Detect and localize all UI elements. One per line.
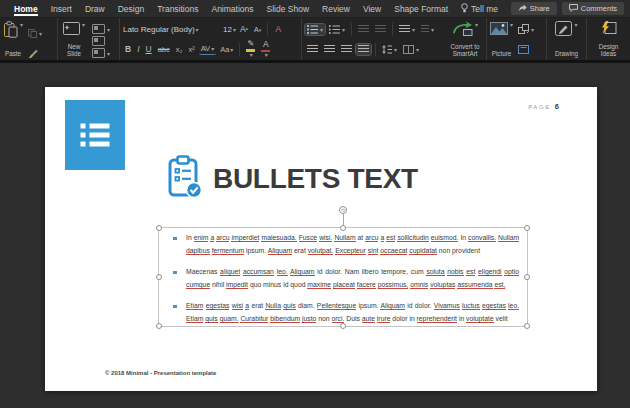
italic-button[interactable]: I <box>135 43 141 55</box>
comments-button[interactable]: Comments <box>562 2 624 15</box>
menu-tab-insert[interactable]: Insert <box>51 0 72 17</box>
bullet-list-icon <box>307 25 318 34</box>
align-center-icon <box>324 45 335 54</box>
reset-layout-button[interactable] <box>90 35 112 47</box>
misspelled-word: bibendum <box>270 315 300 323</box>
columns-button[interactable] <box>401 44 421 55</box>
align-right-button[interactable] <box>339 44 354 55</box>
shrink-font-button[interactable]: A▾ <box>252 26 263 33</box>
menu-tab-transitions[interactable]: Transitions <box>157 0 198 17</box>
menu-tab-slide-show[interactable]: Slide Show <box>267 0 310 17</box>
clipboard-group: Paste <box>0 18 58 60</box>
menu-tab-home[interactable]: Home <box>14 0 38 17</box>
font-group: Lato Regular (Body) 12 A▴ A▾ A BIUabcx₂x… <box>120 18 302 60</box>
multilevel-list-icon <box>399 25 410 34</box>
menu-tab-draw[interactable]: Draw <box>85 0 105 17</box>
bold-button[interactable]: B <box>123 43 133 55</box>
change-case-button[interactable]: Aa <box>218 44 235 55</box>
slide-canvas[interactable]: PAGE 6 BULLETS TEXT <box>45 87 597 391</box>
menu-bar: HomeInsertDrawDesignTransitionsAnimation… <box>0 0 630 18</box>
align-center-button[interactable] <box>322 44 337 55</box>
misspelled-word: Aliquam <box>290 268 315 276</box>
menu-tab-view[interactable]: View <box>363 0 381 17</box>
arrange-button[interactable] <box>516 23 536 35</box>
resize-handle-middle-right[interactable] <box>524 274 530 280</box>
grow-font-button[interactable]: A▴ <box>238 24 250 34</box>
font-color-button[interactable]: A <box>259 40 272 58</box>
numbering-button[interactable] <box>327 24 347 35</box>
highlight-color-button[interactable]: ✎ <box>244 40 257 58</box>
menu-tab-design[interactable]: Design <box>118 0 144 17</box>
paste-button[interactable]: Paste <box>3 21 23 57</box>
multilevel-list-button[interactable] <box>397 24 417 35</box>
bullet-item: In enim a arcu imperdiet malesuada. Fusc… <box>172 232 519 257</box>
text-box-button[interactable] <box>516 44 536 55</box>
resize-handle-top-right[interactable] <box>524 225 530 231</box>
resize-handle-top-left[interactable] <box>156 225 162 231</box>
ribbon: Paste New Slide <box>0 18 630 60</box>
superscript-button[interactable]: x² <box>186 44 196 55</box>
bullet-item: Etiam egestas wisi a erat Nulla quis dia… <box>172 300 519 325</box>
layout-button[interactable] <box>90 23 112 35</box>
line-spacing-button[interactable] <box>380 44 399 55</box>
rotate-handle[interactable]: ⟲ <box>339 206 347 214</box>
misspelled-word: optio <box>504 268 519 276</box>
design-ideas-button[interactable]: Design Ideas <box>596 21 622 57</box>
text-direction-button[interactable] <box>419 24 436 35</box>
resize-handle-middle-left[interactable] <box>156 274 162 280</box>
misspelled-word: sint <box>368 247 379 255</box>
misspelled-word: Curabitur <box>240 315 268 323</box>
menu-tab-review[interactable]: Review <box>322 0 350 17</box>
subscript-button[interactable]: x₂ <box>174 44 185 55</box>
design-ideas-group: Design Ideas <box>587 18 630 60</box>
bullet-list[interactable]: In enim a arcu imperdiet malesuada. Fusc… <box>159 228 527 326</box>
misspelled-word: egestas <box>206 302 230 310</box>
align-left-icon <box>307 45 318 54</box>
decrease-indent-button[interactable] <box>356 24 371 35</box>
slides-group: New Slide <box>58 18 120 60</box>
body-text-box[interactable]: ⟲ In enim a arcu imperdiet malesuada. Fu… <box>158 227 528 327</box>
section-button[interactable] <box>90 47 112 59</box>
new-slide-button[interactable]: New Slide <box>61 21 87 57</box>
menu-tell-me[interactable]: Tell me <box>461 0 498 17</box>
underline-button[interactable]: U <box>144 43 154 55</box>
share-button[interactable]: Share <box>511 2 557 15</box>
misspelled-word: egestas <box>482 302 506 310</box>
page-indicator: PAGE 6 <box>528 102 559 111</box>
character-spacing-button[interactable]: AV <box>199 43 216 55</box>
misspelled-word: fermentum <box>212 247 244 255</box>
strikethrough-button[interactable]: abc <box>156 44 172 55</box>
columns-icon <box>403 45 414 54</box>
increase-indent-button[interactable] <box>373 24 388 35</box>
misspelled-word: impedit <box>226 281 248 289</box>
align-left-button[interactable] <box>305 44 320 55</box>
new-slide-label: New Slide <box>61 43 87 57</box>
bullets-button[interactable] <box>305 24 325 35</box>
misspelled-word: omnis <box>410 281 428 289</box>
misspelled-word: est <box>466 268 475 276</box>
slide-title-block[interactable]: BULLETS TEXT <box>167 155 418 203</box>
font-size-dropdown[interactable]: 12 <box>223 25 236 34</box>
menu-tab-animations[interactable]: Animations <box>211 0 253 17</box>
paste-clipboard-icon <box>3 21 18 42</box>
misspelled-word: luctus <box>462 302 480 310</box>
misspelled-word: leo. <box>508 302 519 310</box>
share-label: Share <box>530 4 550 13</box>
misspelled-word: dapibus <box>186 247 210 255</box>
picture-button[interactable]: Picture <box>490 21 513 57</box>
resize-handle-top-middle[interactable] <box>340 225 346 231</box>
align-justify-button[interactable] <box>356 44 371 55</box>
resize-handle-bottom-right[interactable] <box>524 323 530 329</box>
copy-icon <box>28 24 37 42</box>
clear-formatting-button[interactable]: A <box>272 24 284 34</box>
resize-handle-bottom-left[interactable] <box>156 323 162 329</box>
misspelled-word: voluptate <box>466 315 494 323</box>
menu-tab-shape-format[interactable]: Shape Format <box>394 0 448 17</box>
drawing-button[interactable]: Drawing <box>555 21 578 57</box>
copy-button[interactable] <box>26 23 44 43</box>
slide-accent-square[interactable] <box>65 100 125 170</box>
convert-smartart-button[interactable]: Convert to SmartArt <box>443 21 487 57</box>
misspelled-word: nobis <box>447 268 463 276</box>
font-name-dropdown[interactable]: Lato Regular (Body) <box>123 25 215 34</box>
font-color-icon: A <box>263 40 269 49</box>
